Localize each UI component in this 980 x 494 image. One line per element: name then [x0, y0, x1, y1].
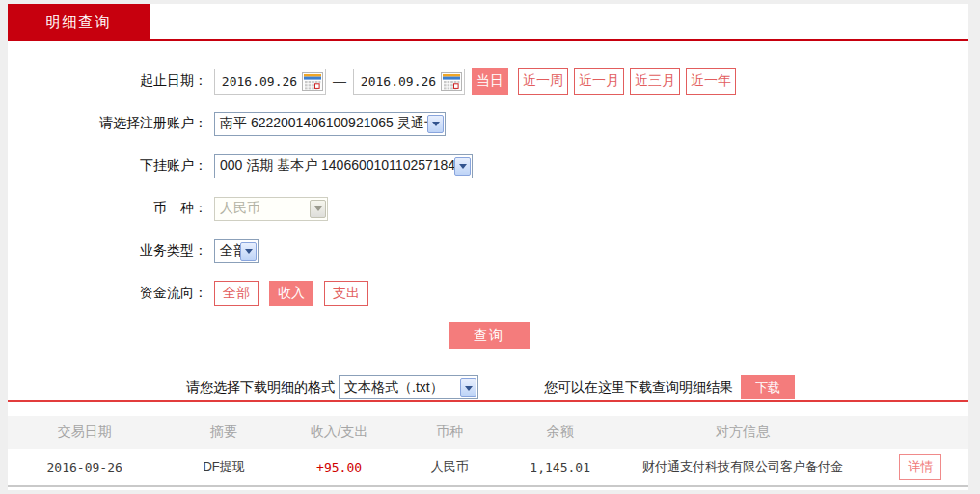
header-balance: 余额: [507, 424, 613, 441]
end-date-field[interactable]: [353, 69, 465, 95]
chevron-down-icon[interactable]: [454, 157, 471, 176]
business-type-value: 全部: [216, 242, 240, 260]
cell-income-expense: +95.00: [286, 460, 393, 475]
quick-range-week-button[interactable]: 近一周: [518, 68, 568, 95]
business-type-select[interactable]: 全部: [214, 239, 259, 263]
currency-row: 币 种： 人民币: [8, 195, 968, 222]
header-currency: 币种: [392, 424, 507, 441]
quick-range-year-button[interactable]: 近一年: [686, 68, 736, 95]
query-button-row: 查询: [8, 322, 968, 349]
date-range-label: 起止日期：: [8, 72, 207, 90]
currency-select: 人民币: [214, 197, 328, 221]
chevron-down-icon[interactable]: [427, 115, 444, 133]
detail-button[interactable]: 详情: [899, 454, 941, 480]
register-account-label: 请选择注册账户：: [8, 115, 207, 132]
register-account-value: 南平 6222001406100921065 灵通卡: [216, 115, 427, 132]
fund-flow-income-button[interactable]: 收入: [269, 281, 313, 306]
register-account-select[interactable]: 南平 6222001406100921065 灵通卡: [214, 112, 446, 136]
tab-detail-query[interactable]: 明细查询: [8, 4, 150, 41]
business-type-row: 业务类型： 全部: [8, 237, 968, 264]
currency-label: 币 种：: [8, 200, 207, 217]
download-format-value: 文本格式（.txt）: [340, 379, 448, 397]
date-range-row: 起止日期： —: [8, 68, 968, 95]
download-hint-text: 您可以在这里下载查询明细结果: [544, 379, 733, 397]
start-date-input[interactable]: [217, 73, 302, 90]
sub-account-value: 000 活期 基本户 1406600101102571848: [216, 157, 454, 175]
cell-currency: 人民币: [392, 458, 507, 476]
header-counterparty: 对方信息: [612, 424, 872, 441]
form-table-divider: [8, 400, 968, 402]
quick-range-month-button[interactable]: 近一月: [574, 68, 624, 95]
calendar-icon[interactable]: [302, 72, 323, 91]
sub-account-label: 下挂账户：: [8, 157, 207, 175]
table-header-row: 交易日期 摘要 收入/支出 币种 余额 对方信息: [8, 416, 968, 449]
sub-account-select[interactable]: 000 活期 基本户 1406600101102571848: [214, 154, 473, 178]
date-range-separator: —: [333, 73, 346, 89]
fund-flow-expense-button[interactable]: 支出: [324, 281, 368, 306]
cell-summary: DF提现: [161, 458, 286, 476]
currency-value: 人民币: [216, 200, 264, 217]
query-button[interactable]: 查询: [449, 322, 530, 349]
quick-range-today-button[interactable]: 当日: [472, 68, 508, 95]
header-summary: 摘要: [161, 424, 286, 441]
cell-balance: 1,145.01: [507, 460, 613, 475]
download-button[interactable]: 下载: [741, 375, 795, 399]
quick-range-quarter-button[interactable]: 近三月: [630, 68, 680, 95]
chevron-down-icon[interactable]: [460, 378, 476, 397]
cell-trade-date: 2016-09-26: [8, 460, 161, 475]
start-date-field[interactable]: [214, 69, 326, 95]
fund-flow-all-button[interactable]: 全部: [214, 281, 259, 306]
table-row: 2016-09-26 DF提现 +95.00 人民币 1,145.01 财付通支…: [8, 449, 968, 487]
download-row: 请您选择下载明细的格式 文本格式（.txt） 您可以在这里下载查询明细结果 下载: [8, 375, 968, 399]
sub-account-row: 下挂账户： 000 活期 基本户 1406600101102571848: [8, 152, 968, 179]
header-trade-date: 交易日期: [8, 424, 161, 441]
fund-flow-label: 资金流向：: [8, 285, 207, 302]
download-format-select[interactable]: 文本格式（.txt）: [339, 375, 478, 399]
calendar-icon[interactable]: [441, 72, 462, 91]
tab-bar: 明细查询: [8, 4, 968, 41]
download-format-label: 请您选择下载明细的格式: [186, 379, 335, 397]
end-date-input[interactable]: [356, 73, 441, 90]
register-account-row: 请选择注册账户： 南平 6222001406100921065 灵通卡: [8, 110, 968, 137]
main-panel: 明细查询 起止日期： —: [8, 4, 968, 490]
header-income-expense: 收入/支出: [286, 424, 393, 441]
query-form: 起止日期： —: [8, 41, 968, 487]
chevron-down-icon[interactable]: [240, 242, 257, 261]
business-type-label: 业务类型：: [8, 242, 207, 260]
cell-counterparty: 财付通支付科技有限公司客户备付金: [612, 458, 872, 476]
chevron-down-icon: [310, 200, 326, 218]
fund-flow-row: 资金流向： 全部 收入 支出: [8, 280, 968, 307]
